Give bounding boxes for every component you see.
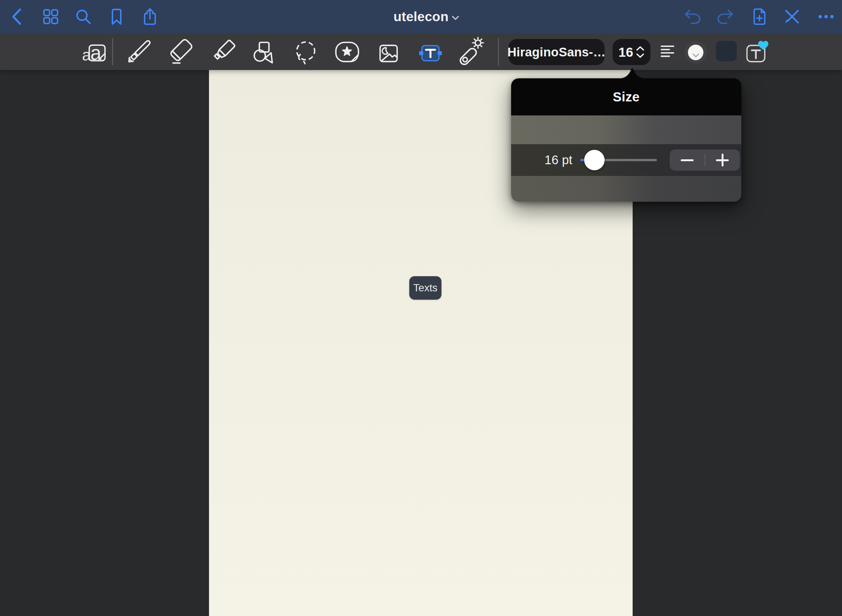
- selection-handle-right: [438, 51, 442, 55]
- color-swatch-white: [688, 45, 703, 60]
- eraser-icon: [164, 36, 198, 70]
- plus-vertical-bar: [722, 154, 723, 166]
- image-tool-button[interactable]: [372, 36, 406, 70]
- laser-pointer-icon: [456, 36, 490, 70]
- minus-icon: [681, 159, 694, 161]
- goodnotes-app: utelecon: [0, 0, 842, 616]
- heart-icon: [758, 41, 769, 50]
- increase-size-button[interactable]: [705, 149, 740, 171]
- toolbar-separator-1: [112, 38, 113, 65]
- font-name-label: HiraginoSans-…: [507, 45, 606, 59]
- pen-tool-button[interactable]: [122, 36, 156, 70]
- popover-arrow: [620, 68, 644, 78]
- popover-spacer-top: [511, 115, 741, 144]
- size-slider-row: 16 pt: [511, 144, 741, 176]
- highlighter-tool-button[interactable]: [207, 36, 241, 70]
- toolbar-separator-2: [498, 38, 499, 65]
- text-tool-icon: [423, 46, 438, 60]
- stickers-icon: [330, 36, 364, 70]
- text-align-button[interactable]: [659, 33, 676, 70]
- popover-header: Size: [511, 78, 741, 115]
- popover-title: Size: [613, 89, 639, 104]
- size-value-label: 16 pt: [544, 153, 572, 167]
- more-button[interactable]: [818, 0, 834, 33]
- tools-toolbar: a a: [0, 33, 842, 70]
- stop-editing-button[interactable]: [784, 0, 800, 33]
- crossed-pencil-icon: [784, 8, 800, 25]
- font-size-value: 16: [619, 45, 633, 60]
- eraser-tool-button[interactable]: [164, 36, 198, 70]
- shapes-tool-button[interactable]: [247, 36, 281, 70]
- decrease-size-button[interactable]: [670, 149, 705, 171]
- document-title-area[interactable]: utelecon: [0, 0, 842, 33]
- text-tool-button-selected[interactable]: [421, 45, 440, 61]
- navigation-bar: utelecon: [0, 0, 842, 33]
- text-style-icon: [745, 40, 771, 64]
- text-style-button[interactable]: [745, 33, 772, 70]
- ellipsis-icon: [818, 14, 834, 19]
- size-value-wrap: 16 pt: [538, 144, 579, 176]
- size-slider[interactable]: [580, 159, 657, 161]
- pen-icon: [122, 36, 156, 70]
- plus-icon: [716, 154, 729, 166]
- font-size-button[interactable]: 16: [613, 39, 650, 65]
- text-color-button[interactable]: [685, 41, 707, 64]
- redo-icon: [717, 9, 734, 24]
- undo-icon: [684, 9, 701, 24]
- presentation-mode-button[interactable]: a a: [80, 36, 114, 70]
- add-page-icon: [752, 8, 767, 25]
- image-icon: [372, 36, 406, 70]
- slider-knob[interactable]: [584, 150, 605, 170]
- selected-text-element[interactable]: Texts: [409, 276, 441, 300]
- stepper-chevrons-icon: [636, 46, 644, 58]
- color-chevron-down-icon: [692, 53, 699, 58]
- text-element-label: Texts: [413, 282, 437, 294]
- size-stepper: [670, 149, 740, 171]
- font-button[interactable]: HiraginoSans-…: [508, 39, 605, 65]
- add-page-button[interactable]: [751, 0, 768, 33]
- title-chevron-down-icon: [452, 16, 459, 20]
- laser-pointer-button[interactable]: [456, 36, 490, 70]
- document-title: utelecon: [393, 9, 449, 24]
- svg-text:a: a: [90, 42, 102, 64]
- popover-spacer-bottom: [511, 176, 741, 202]
- lasso-icon: [288, 36, 323, 70]
- selection-handle-left: [419, 51, 423, 55]
- pressed-highlight: [716, 41, 737, 61]
- shapes-icon: [247, 36, 281, 70]
- stickers-tool-button[interactable]: [330, 36, 364, 70]
- size-popover: Size 16 pt: [511, 78, 741, 202]
- handwriting-recognition-icon: a a: [80, 36, 114, 70]
- undo-button[interactable]: [684, 0, 701, 33]
- align-left-icon: [661, 45, 674, 58]
- redo-button[interactable]: [717, 0, 734, 33]
- highlighter-icon: [207, 36, 241, 70]
- lasso-tool-button[interactable]: [288, 36, 323, 70]
